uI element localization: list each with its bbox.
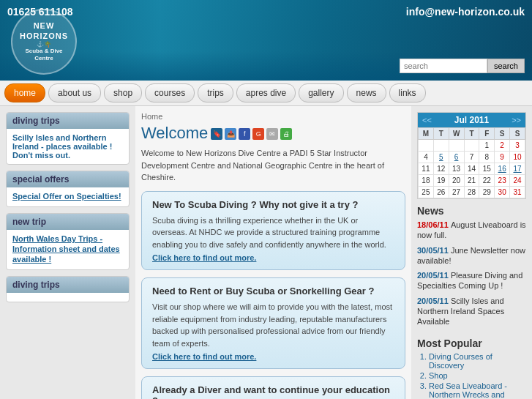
cal-day: 10 [510, 152, 525, 163]
cal-day: 9 [495, 152, 510, 163]
cal-day [464, 140, 479, 152]
icon-facebook: f [239, 128, 250, 140]
sidebar-section-2: new tripNorth Wales Day Trips -Informati… [6, 213, 130, 270]
calendar: << Jul 2011 >> MTWTFSS 12345678910111213… [417, 112, 526, 199]
cal-day-header: F [479, 128, 495, 140]
most-popular-list: Diving Courses of DiscoveryShopRed Sea L… [417, 352, 526, 399]
cal-day: 30 [495, 187, 510, 198]
sidebar-link-2[interactable]: North Wales Day Trips - [12, 234, 123, 243]
cal-day: 8 [479, 152, 495, 163]
main-nav: homeabout usshopcoursestripsapres divega… [0, 81, 532, 106]
cal-day[interactable]: 5 [433, 152, 449, 163]
news-item-0: 18/06/11 August Liveaboard is now full. [417, 220, 526, 241]
cal-day-header: W [449, 128, 464, 140]
cal-day-header: T [433, 128, 449, 140]
cal-day: 18 [419, 175, 434, 187]
content-box-0: New To Scuba Diving ? Why not give it a … [141, 191, 405, 271]
welcome-icons: 🔖 📤 f G ✉ 🖨 [211, 128, 292, 140]
sidebar-section-content-1: Special Offer on Specialties! [7, 187, 129, 206]
nav-item-links[interactable]: links [389, 83, 426, 102]
popular-item-1[interactable]: Shop [429, 371, 526, 380]
nav-item-about-us[interactable]: about us [48, 83, 101, 102]
cal-day: 29 [479, 187, 495, 198]
cal-day [449, 140, 464, 152]
news-date-2[interactable]: 20/05/11 [417, 271, 451, 280]
sidebar-section-title-3: diving trips [7, 277, 129, 293]
cal-day: 15 [479, 163, 495, 175]
nav-item-courses[interactable]: courses [145, 83, 195, 102]
content-box-title-1: Need to Rent or Buy Scuba or Snorkelling… [152, 286, 394, 297]
cal-day: 7 [464, 152, 479, 163]
cal-day: 28 [464, 187, 479, 198]
nav-item-news[interactable]: news [347, 83, 386, 102]
icon-print: 🖨 [280, 128, 292, 140]
nav-item-shop[interactable]: shop [104, 83, 142, 102]
cal-day: 22 [479, 175, 495, 187]
cal-day: 19 [433, 175, 449, 187]
nav-item-home[interactable]: home [4, 83, 45, 102]
cal-next[interactable]: >> [512, 116, 521, 124]
nav-item-gallery[interactable]: gallery [299, 83, 343, 102]
content-boxes: New To Scuba Diving ? Why not give it a … [141, 191, 405, 400]
sidebar-link3-2[interactable]: available ! [12, 255, 123, 264]
news-date-0[interactable]: 18/06/11 [417, 220, 451, 229]
cal-day[interactable]: 16 [495, 163, 510, 175]
sidebar-link-1[interactable]: Special Offer on Specialties! [12, 192, 123, 201]
cal-day: 23 [495, 175, 510, 187]
search-button[interactable]: search [487, 59, 525, 73]
cal-day-header: S [510, 128, 525, 140]
most-popular-section: Most Popular Diving Courses of Discovery… [417, 338, 526, 399]
cal-day[interactable]: 6 [449, 152, 464, 163]
calendar-header: << Jul 2011 >> [418, 113, 525, 127]
news-date-3[interactable]: 20/05/11 [417, 297, 451, 305]
cal-day: 27 [449, 187, 464, 198]
header: 01625 611108 info@new-horizon.co.uk NEW … [0, 0, 532, 81]
search-input[interactable] [400, 59, 487, 73]
content-box-title-2: Already a Diver and want to continue you… [152, 384, 394, 399]
cal-day: 25 [419, 187, 434, 198]
cal-day [433, 140, 449, 152]
logo: NEW HORIZONS ⚓🌴 Scuba & Dive Centre [11, 9, 77, 75]
cal-day: 4 [419, 152, 434, 163]
sidebar-section-content-2: North Wales Day Trips -Information sheet… [7, 230, 129, 269]
content-box-text-1: Visit our shop where we will aim to prov… [152, 301, 394, 349]
email-address: info@new-horizon.co.uk [406, 6, 525, 18]
cal-day: 2 [495, 140, 510, 152]
nav-item-apres-dive[interactable]: apres dive [236, 83, 296, 102]
sidebar-link2-2[interactable]: Information sheet and dates [12, 245, 123, 253]
nav-item-trips[interactable]: trips [198, 83, 233, 102]
news-title: News [417, 205, 526, 217]
cal-day[interactable]: 17 [510, 163, 525, 175]
content-box-link-0[interactable]: Click here to find out more. [152, 253, 394, 262]
content-box-text-0: Scuba diving is a thrilling experience w… [152, 215, 394, 251]
news-item-1: 30/05/11 June Newsletter now available! [417, 245, 526, 266]
icon-mail: ✉ [266, 128, 278, 140]
sidebar-section-title-2: new trip [7, 214, 129, 230]
sidebar-section-title-0: diving trips [7, 113, 129, 129]
icon-share: 📤 [225, 128, 236, 140]
news-date-1[interactable]: 30/05/11 [417, 246, 451, 255]
cal-prev[interactable]: << [422, 116, 432, 124]
content-box-link-1[interactable]: Click here to find out more. [152, 352, 394, 361]
right-sidebar: << Jul 2011 >> MTWTFSS 12345678910111213… [411, 106, 532, 399]
breadcrumb: Home [141, 112, 405, 121]
search-bar: search [400, 59, 525, 73]
sidebar-section-3: diving trips [6, 276, 130, 302]
main-content: Home Welcome 🔖 📤 f G ✉ 🖨 Welcome to New … [135, 106, 411, 399]
cal-day: 14 [464, 163, 479, 175]
intro-text: Welcome to New Horizons Dive Centre a PA… [141, 147, 405, 184]
icon-google: G [252, 128, 264, 140]
cal-day: 21 [464, 175, 479, 187]
news-items: 18/06/11 August Liveaboard is now full.3… [417, 220, 526, 327]
cal-day-header: T [464, 128, 479, 140]
main-layout: diving tripsScilly Isles and NorthernIre… [0, 106, 532, 399]
popular-item-2[interactable]: Red Sea Liveaboard - Northern Wrecks and… [429, 381, 526, 399]
popular-item-0[interactable]: Diving Courses of Discovery [429, 352, 526, 370]
sidebar-section-content-3 [7, 293, 129, 302]
content-box-title-0: New To Scuba Diving ? Why not give it a … [152, 199, 394, 210]
content-box-2: Already a Diver and want to continue you… [141, 376, 405, 399]
cal-day: 11 [419, 163, 434, 175]
most-popular-title: Most Popular [417, 338, 526, 349]
cal-day-header: S [495, 128, 510, 140]
news-item-2: 20/05/11 Pleasure Diving and Specialties… [417, 270, 526, 291]
